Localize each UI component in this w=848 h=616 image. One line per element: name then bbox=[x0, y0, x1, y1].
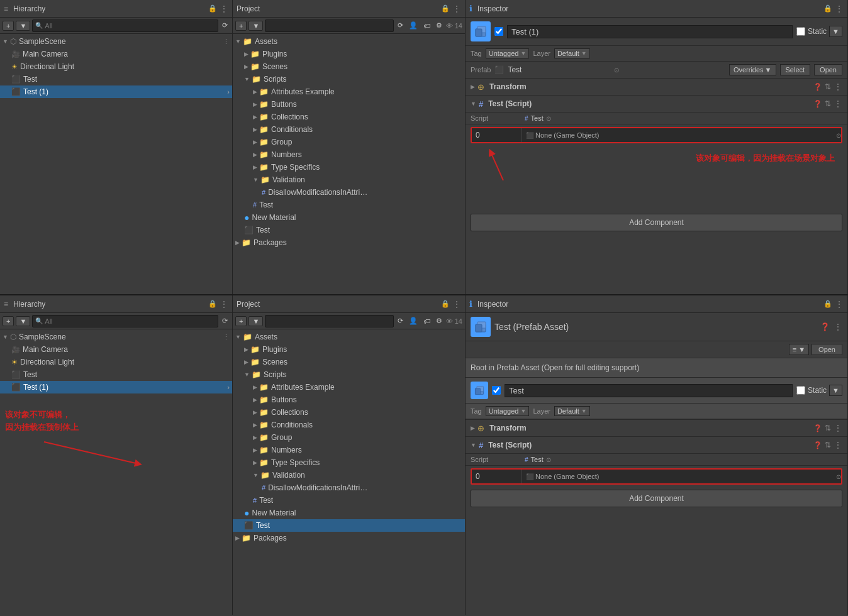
top-insp-static-checkbox[interactable] bbox=[796, 27, 805, 36]
tree-packages-top[interactable]: ▶ 📁 Packages bbox=[233, 236, 465, 249]
top-hierarchy-lock-icon[interactable]: 🔒 bbox=[208, 4, 217, 13]
bottom-transform-dots-icon[interactable]: ⋮ bbox=[834, 423, 842, 433]
bottom-project-search-input[interactable] bbox=[268, 317, 390, 325]
bottom-hierarchy-lock-icon[interactable]: 🔒 bbox=[208, 300, 217, 308]
tree-scripts-top[interactable]: ▼ 📁 Scripts bbox=[233, 73, 465, 85]
bottom-project-settings-icon[interactable]: ⚙ bbox=[434, 316, 444, 326]
transform-settings-icon[interactable]: ⇅ bbox=[825, 82, 831, 91]
top-project-lock-icon[interactable]: 🔒 bbox=[441, 4, 450, 13]
tree-item-main-camera-top[interactable]: 🎥 Main Camera bbox=[0, 48, 232, 60]
bottom-tree-numbers[interactable]: ▶ 📁 Numbers bbox=[233, 444, 465, 456]
test-script-dots-icon[interactable]: ⋮ bbox=[834, 99, 842, 109]
bottom-test-script-settings-icon[interactable]: ⇅ bbox=[825, 441, 831, 449]
tree-validation-top[interactable]: ▼ 📁 Validation bbox=[233, 173, 465, 186]
top-inspector-lock-icon[interactable]: 🔒 bbox=[823, 4, 832, 13]
test-script-settings-icon[interactable]: ⇅ bbox=[825, 99, 831, 108]
bottom-hierarchy-refresh-icon[interactable]: ⟳ bbox=[220, 316, 230, 326]
bottom-project-user-icon[interactable]: 👤 bbox=[407, 316, 420, 326]
bottom-tree-attrs[interactable]: ▶ 📁 Attributes Example bbox=[233, 381, 465, 393]
tree-collections-top[interactable]: ▶ 📁 Collections bbox=[233, 111, 465, 123]
bottom-tree-newmaterial[interactable]: ● New Material bbox=[233, 507, 465, 519]
bottom-tree-test-hash[interactable]: # Test bbox=[233, 494, 465, 507]
bottom-transform-help-icon[interactable]: ❓ bbox=[813, 424, 822, 432]
top-hierarchy-add-btn[interactable]: + bbox=[3, 21, 14, 31]
bottom-tree-test-cube[interactable]: ⬛ Test bbox=[233, 519, 465, 532]
top-hierarchy-filter-btn[interactable]: ▼ bbox=[16, 21, 30, 31]
bottom-tree-group[interactable]: ▶ 📁 Group bbox=[233, 431, 465, 444]
bottom-tree-validation[interactable]: ▼ 📁 Validation bbox=[233, 469, 465, 481]
top-insp-enable-checkbox[interactable] bbox=[494, 27, 503, 36]
tree-buttons-top[interactable]: ▶ 📁 Buttons bbox=[233, 98, 465, 111]
bottom-test-script-dots-icon[interactable]: ⋮ bbox=[834, 440, 842, 450]
bottom-transform-settings-icon[interactable]: ⇅ bbox=[825, 424, 831, 432]
bottom-project-dots-icon[interactable]: ⋮ bbox=[452, 300, 461, 309]
bottom-rb-link-icon[interactable]: ⊙ bbox=[836, 473, 841, 480]
bottom-tree-buttons[interactable]: ▶ 📁 Buttons bbox=[233, 393, 465, 406]
tree-item-samplescene-top[interactable]: ▼ ⬡ SampleScene ⋮ bbox=[0, 35, 232, 48]
bottom-tree-conditionals[interactable]: ▶ 📁 Conditionals bbox=[233, 419, 465, 431]
bottom-project-add-btn[interactable]: + bbox=[235, 316, 247, 326]
top-add-component-btn[interactable]: Add Component bbox=[471, 214, 842, 231]
top-script-link-icon[interactable]: ⊙ bbox=[546, 115, 551, 122]
top-hierarchy-dots-icon[interactable]: ⋮ bbox=[220, 4, 228, 13]
top-project-refresh-icon[interactable]: ⟳ bbox=[396, 21, 405, 30]
tree-group-top[interactable]: ▶ 📁 Group bbox=[233, 136, 465, 148]
bottom-tree-main-camera[interactable]: 🎥 Main Camera bbox=[0, 343, 232, 356]
tree-assets-top[interactable]: ▼ 📁 Assets bbox=[233, 35, 465, 48]
top-field-0-input[interactable] bbox=[472, 128, 522, 142]
top-insp-tag-dropdown[interactable]: Untagged ▼ bbox=[486, 48, 530, 58]
bottom-tree-collections[interactable]: ▶ 📁 Collections bbox=[233, 406, 465, 419]
top-rb-link-icon[interactable]: ⊙ bbox=[836, 132, 841, 139]
tree-newmaterial-top[interactable]: ● New Material bbox=[233, 211, 465, 224]
bottom-tree-packages[interactable]: ▶ 📁 Packages bbox=[233, 532, 465, 544]
top-project-add-btn[interactable]: + bbox=[235, 21, 247, 31]
top-project-search-input[interactable] bbox=[268, 22, 390, 30]
top-insp-prefab-link-icon[interactable]: ⊙ bbox=[614, 67, 619, 74]
tree-item-test-top[interactable]: ⬛ Test bbox=[0, 73, 232, 85]
bottom-tree-assets[interactable]: ▼ 📁 Assets bbox=[233, 331, 465, 343]
bottom-tree-disallow[interactable]: # DisallowModificationsInAttri… bbox=[233, 481, 465, 494]
bottom-insp-name-input[interactable] bbox=[505, 384, 793, 397]
tree-typespec-top[interactable]: ▶ 📁 Type Specifics bbox=[233, 161, 465, 173]
top-insp-layer-dropdown[interactable]: Default ▼ bbox=[554, 48, 590, 58]
bottom-hierarchy-search-input[interactable] bbox=[45, 317, 215, 325]
bottom-test-script-help-icon[interactable]: ❓ bbox=[813, 441, 822, 449]
test-script-help-icon[interactable]: ❓ bbox=[813, 100, 822, 108]
bottom-list-btn[interactable]: ≡ ▼ bbox=[789, 344, 809, 355]
tree-conditionals-top[interactable]: ▶ 📁 Conditionals bbox=[233, 123, 465, 136]
tree-item-test1-top[interactable]: ⬛ Test (1) › bbox=[0, 85, 232, 98]
bottom-tree-scenes[interactable]: ▶ 📁 Scenes bbox=[233, 356, 465, 368]
bottom-tree-samplescene[interactable]: ▼ ⬡ SampleScene ⋮ bbox=[0, 331, 232, 343]
bottom-tree-test1[interactable]: ⬛ Test (1) › bbox=[0, 381, 232, 393]
bottom-add-component-btn[interactable]: Add Component bbox=[471, 490, 842, 507]
bottom-field-0-input[interactable] bbox=[472, 470, 522, 483]
bottom-prefab-help-icon[interactable]: ❓ bbox=[820, 322, 830, 331]
bottom-hierarchy-dots-icon[interactable]: ⋮ bbox=[220, 300, 228, 309]
bottom-tree-typespec[interactable]: ▶ 📁 Type Specifics bbox=[233, 456, 465, 469]
bottom-project-lock-icon[interactable]: 🔒 bbox=[441, 300, 450, 308]
tree-attrs-top[interactable]: ▶ 📁 Attributes Example bbox=[233, 85, 465, 98]
bottom-open-btn[interactable]: Open bbox=[812, 344, 842, 355]
top-project-dots-icon[interactable]: ⋮ bbox=[452, 4, 461, 13]
bottom-hierarchy-filter-btn[interactable]: ▼ bbox=[16, 316, 30, 326]
bottom-insp-tag-dropdown[interactable]: Untagged ▼ bbox=[486, 406, 530, 416]
scene-dots[interactable]: ⋮ bbox=[223, 38, 230, 46]
bottom-tree-test[interactable]: ⬛ Test bbox=[0, 368, 232, 381]
bottom-hierarchy-add-btn[interactable]: + bbox=[3, 316, 14, 326]
bottom-insp-enable-checkbox[interactable] bbox=[492, 386, 501, 395]
top-insp-overrides-btn[interactable]: Overrides ▼ bbox=[729, 64, 776, 75]
bottom-insp-layer-dropdown[interactable]: Default ▼ bbox=[554, 406, 590, 416]
top-insp-open-btn[interactable]: Open bbox=[814, 64, 842, 75]
top-hierarchy-search-input[interactable] bbox=[45, 22, 215, 30]
test-script-arrow-icon[interactable]: ▼ bbox=[471, 101, 476, 107]
bottom-inspector-lock-icon[interactable]: 🔒 bbox=[823, 300, 832, 308]
bottom-test-script-arrow-icon[interactable]: ▼ bbox=[471, 442, 476, 448]
tree-test-cube-top[interactable]: ⬛ Test bbox=[233, 224, 465, 236]
top-project-user-icon[interactable]: 👤 bbox=[407, 21, 420, 30]
bottom-insp-static-dropdown[interactable]: ▼ bbox=[829, 385, 842, 396]
bottom-insp-static-checkbox[interactable] bbox=[796, 386, 805, 395]
bottom-project-refresh-icon[interactable]: ⟳ bbox=[396, 316, 405, 326]
bottom-script-link-icon[interactable]: ⊙ bbox=[546, 456, 551, 463]
bottom-project-tag-icon[interactable]: 🏷 bbox=[421, 317, 432, 326]
bottom-prefab-dots-icon[interactable]: ⋮ bbox=[834, 322, 842, 332]
